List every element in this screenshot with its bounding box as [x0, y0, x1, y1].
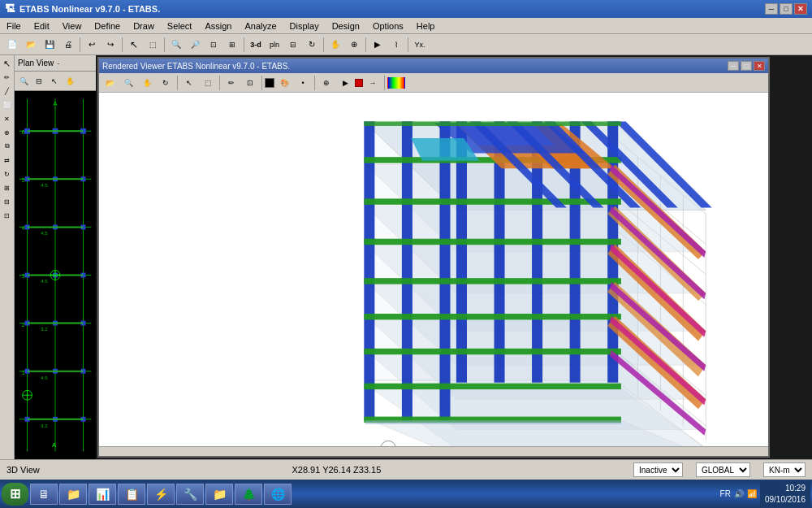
vt-draw[interactable]: ✏ [222, 74, 240, 92]
vt-color-bar[interactable] [387, 77, 405, 89]
vt-arrow[interactable]: → [364, 74, 382, 92]
vt-zoom[interactable]: 🔍 [119, 74, 137, 92]
menu-assign[interactable]: Assign [198, 18, 238, 33]
vt-rotate[interactable]: ↻ [157, 74, 175, 92]
vt-perspective[interactable]: ⊡ [241, 74, 259, 92]
left-tools-panel: ↖ ✏ ╱ ⬜ ✕ ⊕ ⧉ ⇄ ↻ ⊞ ⊟ ⊡ [0, 55, 15, 459]
menu-view[interactable]: View [56, 18, 89, 33]
3d-view-button[interactable]: 3-d [247, 36, 265, 54]
pan-button[interactable]: ✋ [326, 36, 344, 54]
taskbar-item-1[interactable]: 🖥 [30, 484, 58, 505]
save-button[interactable]: 💾 [41, 36, 58, 54]
mirror-tool[interactable]: ⇄ [1, 154, 14, 167]
taskbar-item-8[interactable]: 🌲 [235, 484, 262, 505]
vt-black[interactable] [265, 78, 274, 88]
zoom-in-button[interactable]: 🔍 [167, 36, 185, 54]
menu-file[interactable]: File [0, 18, 28, 33]
taskbar-item-4[interactable]: 📋 [118, 484, 145, 505]
line-tool[interactable]: ╱ [1, 85, 14, 98]
vt-stop[interactable] [355, 79, 363, 87]
plan-zoom-in[interactable]: 🔍 [16, 74, 31, 89]
erase-tool[interactable]: ✕ [1, 112, 14, 125]
taskbar-item-5[interactable]: ⚡ [147, 484, 175, 505]
refresh-button[interactable]: ⊕ [345, 36, 363, 54]
new-button[interactable]: 📄 [3, 36, 21, 54]
vt-rubber[interactable]: ⬚ [199, 74, 217, 92]
menu-options[interactable]: Options [366, 18, 410, 33]
copy-tool[interactable]: ⧉ [1, 140, 14, 153]
svg-rect-102 [364, 349, 621, 354]
main-title-bar: 🏗 ETABS Nonlinear v9.7.0 - ETABS. ─ □ ✕ [0, 0, 812, 18]
taskbar-item-6[interactable]: 🔧 [176, 484, 204, 505]
rotate-button[interactable]: ↻ [303, 36, 321, 54]
snap-tool[interactable]: ⊡ [1, 209, 14, 222]
taskbar-item-3[interactable]: 📊 [89, 484, 116, 505]
zoom-fit-button[interactable]: ⊡ [205, 36, 222, 54]
select-tool[interactable]: ↖ [1, 57, 14, 70]
close-button[interactable]: ✕ [794, 3, 807, 15]
viewer-minimize-button[interactable]: ─ [728, 61, 739, 71]
svg-text:4.5: 4.5 [41, 376, 48, 380]
undo-button[interactable]: ↩ [83, 36, 101, 54]
vt-sep1 [177, 76, 178, 90]
vt-colors[interactable]: 🎨 [275, 74, 293, 92]
status-bar: 3D View X28.91 Y26.14 Z33.15 Inactive GL… [0, 459, 812, 480]
vt-move[interactable]: ⊕ [317, 74, 335, 92]
plan-zoom-out[interactable]: ⊟ [32, 74, 46, 89]
clock-time: 10:29 [765, 483, 806, 494]
taskbar-icon-6: 🔧 [182, 486, 198, 502]
plan-select[interactable]: ↖ [47, 74, 62, 89]
pointer-button[interactable]: ↖ [125, 36, 143, 54]
minimize-button[interactable]: ─ [765, 3, 778, 15]
vt-open[interactable]: 📂 [101, 74, 119, 92]
plan-view-canvas[interactable]: A 6 5 4 3 2 1 3.2 4.5 3.2 4.5 4.5 4.5 [15, 91, 96, 459]
viewer-close-button[interactable]: ✕ [754, 61, 765, 71]
print-button[interactable]: 🖨 [59, 36, 77, 54]
vt-sep4 [314, 76, 315, 90]
svg-text:2: 2 [22, 322, 25, 328]
global-dropdown[interactable]: GLOBAL [696, 462, 750, 477]
rotate-tool[interactable]: ↻ [1, 167, 14, 180]
redo-button[interactable]: ↪ [102, 36, 119, 54]
rubber-band-button[interactable]: ⬚ [144, 36, 162, 54]
divide-tool[interactable]: ⊞ [1, 181, 14, 194]
taskbar-item-7[interactable]: 📁 [205, 484, 233, 505]
viewer-canvas[interactable] [99, 93, 768, 456]
svg-text:4.5: 4.5 [41, 231, 48, 236]
vt-dot[interactable]: • [294, 74, 312, 92]
maximize-button[interactable]: □ [780, 3, 793, 15]
menu-analyze[interactable]: Analyze [238, 18, 283, 33]
unit-dropdown[interactable]: KN-m [763, 462, 806, 477]
menu-draw[interactable]: Draw [127, 18, 161, 33]
draw-tool[interactable]: ✏ [1, 71, 14, 84]
zoom-window-button[interactable]: ⊞ [223, 36, 241, 54]
display-options-button[interactable]: Yx. [411, 36, 429, 54]
viewer-maximize-button[interactable]: □ [741, 61, 752, 71]
menu-display[interactable]: Display [283, 18, 326, 33]
taskbar-item-2[interactable]: 📁 [59, 484, 87, 505]
start-button[interactable]: ⊞ [2, 483, 28, 506]
zoom-out-button[interactable]: 🔎 [186, 36, 204, 54]
menu-design[interactable]: Design [326, 18, 366, 33]
move-tool[interactable]: ⊕ [1, 126, 14, 139]
merge-tool[interactable]: ⊟ [1, 195, 14, 208]
open-button[interactable]: 📂 [22, 36, 40, 54]
vt-animate[interactable]: ▶ [336, 74, 354, 92]
separator-1 [80, 37, 80, 52]
taskbar-icon-8: 🌲 [240, 486, 257, 502]
menu-define[interactable]: Define [88, 18, 127, 33]
vt-pan[interactable]: ✋ [138, 74, 156, 92]
area-tool[interactable]: ⬜ [1, 98, 14, 111]
menu-help[interactable]: Help [410, 18, 442, 33]
taskbar-item-9[interactable]: 🌐 [264, 484, 292, 505]
inactive-dropdown[interactable]: Inactive [633, 462, 683, 477]
vt-select[interactable]: ↖ [180, 74, 198, 92]
menu-edit[interactable]: Edit [28, 18, 56, 33]
plan-pan[interactable]: ✋ [63, 74, 77, 89]
plan-view-button[interactable]: pln [266, 36, 283, 54]
run-analysis-button[interactable]: ▶ [369, 36, 387, 54]
elev-view-button[interactable]: ⊟ [284, 36, 302, 54]
menu-select[interactable]: Select [161, 18, 199, 33]
show-deformed-button[interactable]: ⌇ [387, 36, 405, 54]
horizontal-scrollbar[interactable] [99, 446, 768, 456]
